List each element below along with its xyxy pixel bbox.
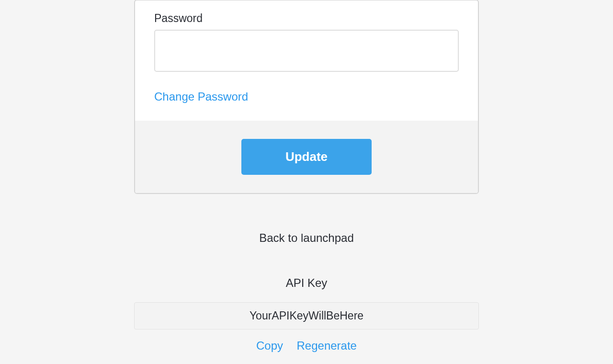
password-label: Password bbox=[154, 12, 459, 25]
card-footer: Update bbox=[135, 121, 478, 193]
api-key-heading: API Key bbox=[134, 276, 479, 290]
card-body: Password Change Password bbox=[135, 12, 478, 121]
regenerate-api-key-link[interactable]: Regenerate bbox=[297, 339, 357, 353]
api-key-section: API Key YourAPIKeyWillBeHere Copy Regene… bbox=[134, 276, 479, 353]
below-card-area: Back to launchpad API Key YourAPIKeyWill… bbox=[134, 231, 479, 353]
settings-card: Password Change Password Update bbox=[134, 0, 479, 194]
password-input[interactable] bbox=[154, 30, 459, 72]
api-key-actions: Copy Regenerate bbox=[134, 339, 479, 353]
back-to-launchpad-link[interactable]: Back to launchpad bbox=[259, 231, 353, 245]
api-key-display[interactable]: YourAPIKeyWillBeHere bbox=[134, 302, 479, 330]
change-password-link[interactable]: Change Password bbox=[154, 90, 248, 103]
update-button[interactable]: Update bbox=[241, 139, 372, 175]
copy-api-key-link[interactable]: Copy bbox=[256, 339, 283, 353]
